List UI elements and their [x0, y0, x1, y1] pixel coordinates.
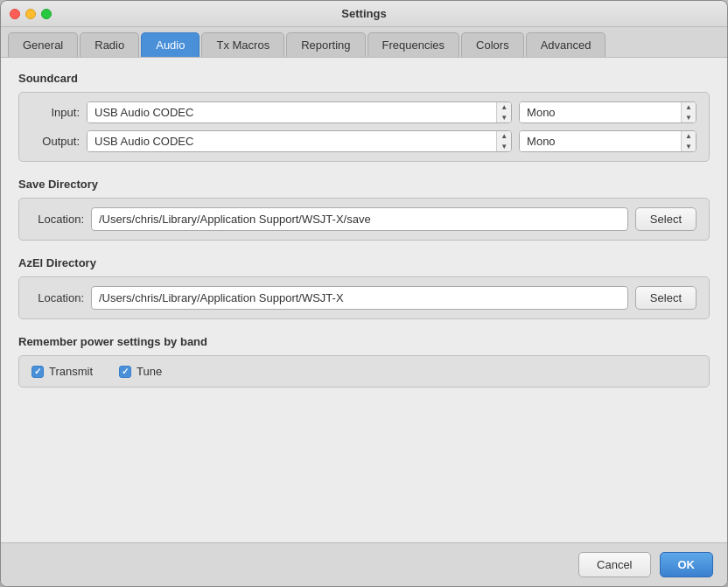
soundcard-title: Soundcard — [18, 72, 710, 85]
output-mode[interactable] — [520, 131, 681, 151]
input-label: Input: — [32, 106, 80, 119]
tab-colors[interactable]: Colors — [461, 32, 524, 57]
tab-advanced[interactable]: Advanced — [526, 32, 606, 57]
input-combo[interactable] — [88, 102, 496, 122]
tune-label: Tune — [136, 365, 162, 378]
save-select-button[interactable]: Select — [635, 207, 696, 231]
transmit-label: Transmit — [49, 365, 93, 378]
azel-location-input[interactable] — [91, 286, 628, 310]
input-mode[interactable] — [520, 102, 681, 122]
azel-directory-section: AzEl Directory Location: Select — [18, 256, 710, 319]
cancel-button[interactable]: Cancel — [578, 552, 650, 577]
azel-select-button[interactable]: Select — [635, 286, 696, 310]
transmit-checkbox[interactable] — [32, 366, 44, 378]
tab-tx-macros[interactable]: Tx Macros — [201, 32, 284, 57]
save-location-row: Location: Select — [32, 207, 696, 231]
input-arrow-down[interactable]: ▼ — [497, 113, 511, 123]
remember-power-title: Remember power settings by band — [18, 335, 710, 348]
input-mode-arrow-down[interactable]: ▼ — [682, 113, 696, 123]
output-label: Output: — [32, 135, 80, 148]
titlebar: Settings — [1, 1, 727, 27]
output-arrow-down[interactable]: ▼ — [497, 142, 511, 152]
content-area: Soundcard Input: ▲ ▼ ▲ — [1, 58, 727, 542]
output-mode-spinner[interactable]: ▲ ▼ — [681, 131, 696, 151]
tune-checkbox-item[interactable]: Tune — [119, 365, 162, 378]
tab-radio[interactable]: Radio — [80, 32, 139, 57]
window-title: Settings — [341, 7, 386, 20]
save-location-input[interactable] — [91, 207, 628, 231]
output-mode-arrow-down[interactable]: ▼ — [682, 142, 696, 152]
input-row: Input: ▲ ▼ ▲ ▼ — [32, 101, 696, 123]
output-mode-arrow-up[interactable]: ▲ — [682, 131, 696, 142]
input-mode-arrow-up[interactable]: ▲ — [682, 102, 696, 113]
maximize-button[interactable] — [41, 9, 52, 19]
save-directory-box: Location: Select — [18, 198, 710, 241]
ok-button[interactable]: OK — [660, 552, 714, 577]
transmit-checkbox-item[interactable]: Transmit — [32, 365, 93, 378]
input-arrow-up[interactable]: ▲ — [497, 102, 511, 113]
azel-directory-box: Location: Select — [18, 276, 710, 319]
output-row: Output: ▲ ▼ ▲ ▼ — [32, 130, 696, 152]
tab-reporting[interactable]: Reporting — [286, 32, 365, 57]
checkbox-row: Transmit Tune — [18, 355, 710, 388]
azel-location-label: Location: — [32, 291, 84, 304]
azel-location-row: Location: Select — [32, 286, 696, 310]
minimize-button[interactable] — [25, 9, 36, 19]
traffic-lights — [10, 9, 52, 19]
save-location-label: Location: — [32, 213, 84, 226]
output-combo-wrapper: ▲ ▼ — [87, 130, 512, 152]
input-mode-spinner[interactable]: ▲ ▼ — [681, 102, 696, 122]
footer: Cancel OK — [1, 542, 727, 586]
tab-frequencies[interactable]: Frequencies — [368, 32, 460, 57]
tab-general[interactable]: General — [8, 32, 78, 57]
tune-checkbox[interactable] — [119, 366, 131, 378]
save-directory-title: Save Directory — [18, 178, 710, 191]
tab-audio[interactable]: Audio — [141, 32, 200, 57]
settings-window: Settings General Radio Audio Tx Macros R… — [0, 0, 728, 587]
input-mode-wrapper: ▲ ▼ — [519, 101, 696, 123]
input-combo-wrapper: ▲ ▼ — [87, 101, 512, 123]
remember-power-section: Remember power settings by band Transmit… — [18, 335, 710, 388]
soundcard-section: Soundcard Input: ▲ ▼ ▲ — [18, 72, 710, 162]
tabs-bar: General Radio Audio Tx Macros Reporting … — [1, 27, 727, 58]
output-spinner[interactable]: ▲ ▼ — [496, 131, 511, 151]
close-button[interactable] — [10, 9, 20, 19]
output-mode-wrapper: ▲ ▼ — [519, 130, 696, 152]
save-directory-section: Save Directory Location: Select — [18, 178, 710, 241]
azel-directory-title: AzEl Directory — [18, 256, 710, 269]
input-spinner[interactable]: ▲ ▼ — [496, 102, 511, 122]
output-combo[interactable] — [88, 131, 496, 151]
output-arrow-up[interactable]: ▲ — [497, 131, 511, 142]
soundcard-box: Input: ▲ ▼ ▲ ▼ — [18, 92, 710, 162]
